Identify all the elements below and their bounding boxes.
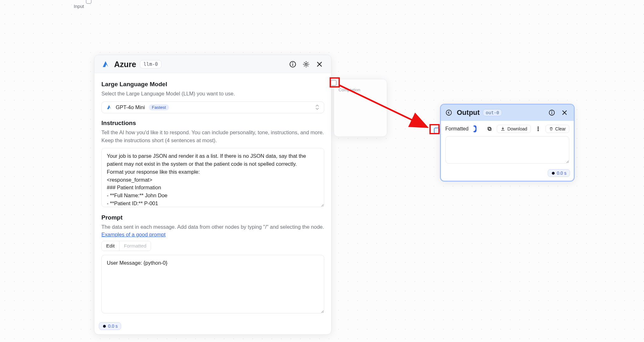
azure-logo-icon — [101, 60, 110, 68]
svg-point-17 — [538, 130, 538, 131]
azure-title: Azure — [114, 60, 136, 69]
output-title: Output — [457, 108, 480, 117]
close-icon[interactable] — [560, 108, 569, 117]
formatted-toggle[interactable] — [473, 125, 476, 132]
instructions-desc: Tell the AI how you'd like it to respond… — [101, 129, 324, 144]
info-icon[interactable] — [288, 59, 298, 69]
instructions-input[interactable] — [101, 148, 324, 207]
azure-time-value: 0.0 s — [108, 324, 118, 329]
model-select[interactable]: GPT-4o Mini Fastest — [101, 101, 324, 113]
azure-node-tag: llm-0 — [140, 60, 161, 68]
formatted-label: Formatted — [445, 126, 469, 132]
svg-rect-14 — [488, 127, 490, 130]
output-input-port[interactable] — [434, 128, 440, 134]
svg-point-16 — [538, 129, 538, 129]
completion-label: Completion — [339, 87, 360, 92]
prompt-desc: The data sent in each message. Add data … — [101, 223, 324, 231]
download-label: Download — [507, 126, 527, 131]
clear-button[interactable]: Clear — [545, 125, 569, 133]
llm-section-title: Large Language Model — [101, 81, 324, 88]
output-content[interactable] — [445, 136, 569, 164]
prompt-tabs: Edit Formatted — [101, 241, 151, 251]
svg-point-7 — [446, 110, 452, 115]
output-time-value: 0.0 s — [557, 171, 566, 176]
output-toolbar: Formatted Download Clear — [445, 125, 569, 133]
gear-icon[interactable] — [301, 59, 311, 69]
chevron-up-down-icon — [315, 104, 319, 110]
completion-node: Completion — [334, 79, 387, 137]
instructions-title: Instructions — [101, 120, 324, 127]
completion-input-port[interactable] — [331, 80, 337, 86]
svg-point-2 — [293, 63, 293, 63]
clear-label: Clear — [555, 126, 566, 131]
svg-rect-13 — [489, 128, 491, 130]
svg-point-3 — [305, 63, 307, 65]
input-node: Input — [0, 0, 90, 25]
svg-point-15 — [538, 127, 538, 128]
model-name: GPT-4o Mini — [116, 104, 145, 110]
copy-icon[interactable] — [487, 125, 492, 133]
azure-header: Azure llm-0 — [94, 55, 331, 73]
svg-point-10 — [552, 111, 552, 111]
output-header: Output out-0 — [441, 105, 574, 121]
tab-edit[interactable]: Edit — [102, 241, 120, 251]
download-button[interactable]: Download — [497, 125, 531, 133]
llm-section-desc: Select the Large Language Model (LLM) yo… — [101, 90, 324, 98]
model-speed-badge: Fastest — [149, 104, 169, 110]
more-icon[interactable] — [535, 125, 541, 133]
tab-formatted[interactable]: Formatted — [120, 241, 151, 251]
azure-logo-icon — [106, 104, 112, 110]
input-node-label: Input — [74, 4, 84, 9]
close-icon[interactable] — [315, 59, 324, 69]
output-time-badge: 0.0 s — [548, 169, 570, 177]
output-node: Output out-0 Formatted Download — [440, 104, 575, 182]
back-icon[interactable] — [444, 108, 454, 117]
azure-node: Azure llm-0 Large Language Model Select … — [94, 55, 332, 335]
output-node-tag: out-0 — [483, 109, 502, 116]
prompt-input[interactable] — [101, 255, 324, 313]
info-icon[interactable] — [547, 108, 557, 117]
prompt-examples-link[interactable]: Examples of a good prompt — [101, 232, 166, 237]
prompt-title: Prompt — [101, 214, 324, 221]
input-output-port[interactable] — [86, 0, 92, 4]
azure-time-badge: 0.0 s — [99, 322, 121, 330]
